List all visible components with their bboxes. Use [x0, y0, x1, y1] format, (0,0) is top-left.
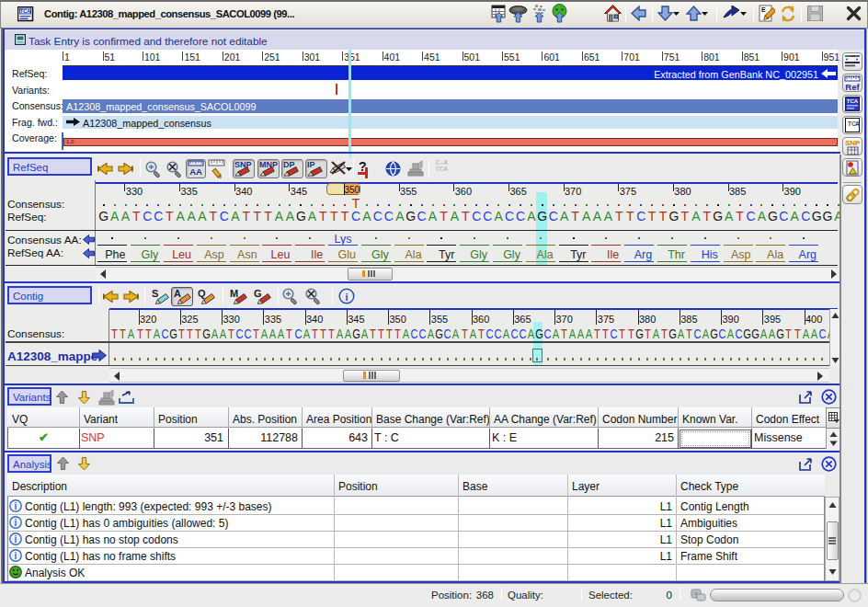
svg-text:A: A: [855, 120, 860, 127]
svg-text:E: E: [761, 6, 766, 13]
svg-text:TCA: TCA: [847, 98, 859, 104]
svg-text:i: i: [345, 292, 348, 303]
svg-text:i: i: [15, 518, 17, 528]
svg-text:i: i: [15, 551, 17, 561]
svg-text:i: i: [15, 534, 17, 544]
svg-text:AA: AA: [189, 166, 202, 177]
svg-text:i: i: [15, 501, 17, 511]
svg-text:Ref: Ref: [845, 82, 860, 92]
svg-text:SNP: SNP: [845, 139, 861, 147]
svg-text:TCA: TCA: [20, 8, 30, 14]
